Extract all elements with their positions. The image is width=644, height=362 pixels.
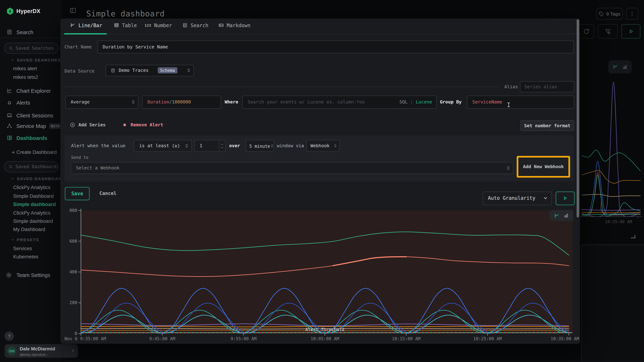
chevron-down-icon: [11, 238, 14, 241]
chevron-down-icon: [543, 196, 548, 201]
saved-search-item[interactable]: mikes alert: [13, 66, 37, 71]
search-list-icon: [182, 22, 188, 28]
line-chart-icon: [612, 64, 618, 70]
tags-button[interactable]: 0 Tags: [596, 8, 623, 20]
granularity-select[interactable]: Auto Granularity: [483, 191, 552, 205]
add-series-button[interactable]: Add Series: [70, 122, 106, 127]
alert-window-select[interactable]: 5 minute: [246, 140, 274, 152]
user-menu[interactable]: DM Dale McDiarmid demo-service -: [4, 344, 78, 358]
set-number-format-button[interactable]: Set number format: [520, 120, 574, 131]
alias-input[interactable]: Series alias: [520, 81, 574, 92]
table-icon: [114, 22, 119, 28]
alert-threshold-input[interactable]: 1: [194, 140, 226, 152]
alert-channel-select[interactable]: Webhook: [306, 140, 340, 152]
svg-text:200: 200: [70, 300, 77, 305]
aggregation-select[interactable]: Average: [65, 96, 138, 108]
line-chart-icon: [554, 213, 560, 218]
expression-input[interactable]: Duration/1000000: [142, 96, 221, 108]
magnifier-icon: [8, 165, 13, 169]
svg-text:10:35:00 AM: 10:35:00 AM: [550, 336, 579, 341]
laptop-icon: [6, 112, 12, 118]
resize-handle[interactable]: [631, 235, 636, 238]
refresh-icon: [583, 28, 589, 34]
alert-when-label: Alert when the value: [71, 143, 126, 148]
dashboard-item[interactable]: ClickPy Analytics: [13, 210, 50, 215]
sidebar-item-dashboards[interactable]: Dashboards: [0, 133, 62, 143]
create-dashboard-button[interactable]: Create Dashboard: [0, 147, 62, 158]
sidebar-item-client-sessions[interactable]: Client Sessions: [0, 110, 62, 121]
save-button[interactable]: Save: [65, 187, 90, 200]
alert-comparator-select[interactable]: is at least (≥): [134, 140, 192, 152]
sidebar-item-alerts[interactable]: Alerts: [0, 97, 62, 108]
user-subtitle: demo-service -: [20, 352, 48, 357]
webhook-select[interactable]: Select a Webhook: [71, 162, 514, 174]
background-panel: [581, 244, 644, 362]
sql-mode-toggle[interactable]: SQL: [400, 99, 408, 105]
select-chevrons-icon: [334, 144, 337, 148]
database-icon: [110, 68, 116, 73]
add-webhook-highlight: Add New Webhook: [517, 156, 570, 178]
filter-button[interactable]: [598, 24, 618, 38]
markdown-icon: [218, 22, 224, 28]
presets-header[interactable]: PRESETS: [11, 237, 39, 242]
page-title: Simple dashboard: [86, 9, 165, 18]
alias-label: Alias: [504, 84, 518, 89]
chevron-right-icon: [71, 348, 76, 353]
select-chevrons-icon: [506, 166, 510, 170]
background-panel-edge: [62, 361, 644, 361]
remove-alert-button[interactable]: Remove Alert: [122, 122, 163, 127]
saved-searches-header[interactable]: SAVED SEARCHES: [11, 58, 61, 62]
sidebar-collapse-button[interactable]: [68, 5, 78, 15]
where-label: Where: [225, 99, 238, 104]
run-query-button[interactable]: [622, 24, 640, 38]
svg-text:10:05:00 AM: 10:05:00 AM: [310, 336, 339, 341]
chart-type-toggle[interactable]: [550, 210, 573, 221]
dashboard-item[interactable]: My Dashboard: [13, 226, 45, 232]
more-menu-button[interactable]: [626, 8, 638, 20]
brand[interactable]: HyperDX: [6, 7, 40, 15]
dashboard-item[interactable]: ClickPy Analytics: [13, 184, 50, 190]
dashboard-item[interactable]: Simple Dashboard: [13, 193, 54, 199]
svg-text:0: 0: [74, 331, 77, 336]
saved-dashboards-input[interactable]: Saved Dashboards: [4, 161, 58, 172]
sidebar-divider: [0, 38, 62, 38]
help-button[interactable]: ?: [4, 332, 14, 341]
tab-line-bar[interactable]: Line/Bar: [70, 22, 102, 28]
tab-search[interactable]: Search: [182, 22, 208, 28]
saved-search-item[interactable]: mikes tets2: [13, 74, 38, 80]
alert-bell-icon: [122, 122, 127, 127]
gear-icon: [6, 272, 12, 278]
select-chevrons-icon: [184, 144, 189, 148]
data-source-select[interactable]: Demo Traces Schema: [106, 65, 194, 76]
saved-searches-input[interactable]: Saved Searches: [4, 43, 58, 54]
tab-markdown[interactable]: Markdown: [218, 22, 250, 28]
bar-chart-icon: [564, 213, 569, 218]
bar-chart-icon: [622, 64, 627, 69]
sidebar-item-search[interactable]: Search: [0, 27, 62, 37]
schema-badge: Schema: [158, 67, 177, 73]
dashboard-item[interactable]: Simple dashboard: [13, 218, 53, 224]
preview-run-button[interactable]: [556, 191, 574, 205]
tab-number[interactable]: 123 Number: [144, 22, 172, 28]
modal-scrollbar[interactable]: [576, 19, 579, 217]
bg-chart-type-toggle[interactable]: [608, 60, 632, 73]
circle-plus-icon: [70, 122, 75, 127]
lucene-mode-toggle[interactable]: Lucene: [416, 99, 432, 105]
saved-dashboards-header[interactable]: SAVED DASHBOARDS: [11, 176, 68, 181]
sidebar-item-team-settings[interactable]: Team Settings: [0, 269, 62, 280]
preset-item[interactable]: Services: [13, 245, 32, 251]
svg-text:9:45:00 AM: 9:45:00 AM: [149, 336, 175, 341]
number-stepper[interactable]: [219, 140, 225, 151]
sidebar-item-chart-explorer[interactable]: Chart Explorer: [0, 85, 62, 96]
add-new-webhook-button[interactable]: Add New Webhook: [518, 157, 568, 176]
preset-item[interactable]: Kubernetes: [13, 254, 38, 259]
dashboard-item-active[interactable]: Simple dashboard: [13, 201, 56, 207]
window-via-label: window via: [277, 143, 304, 148]
refresh-button[interactable]: [578, 24, 594, 38]
tab-table[interactable]: Table: [114, 22, 137, 28]
group-by-input[interactable]: ServiceName: [467, 96, 574, 108]
chart-name-input[interactable]: Duration by Service Name: [97, 40, 574, 53]
service-map-icon: [6, 123, 12, 129]
where-search-input[interactable]: Search your events w/ Lucene ex. column:…: [242, 96, 437, 108]
cancel-button[interactable]: Cancel: [100, 190, 116, 196]
